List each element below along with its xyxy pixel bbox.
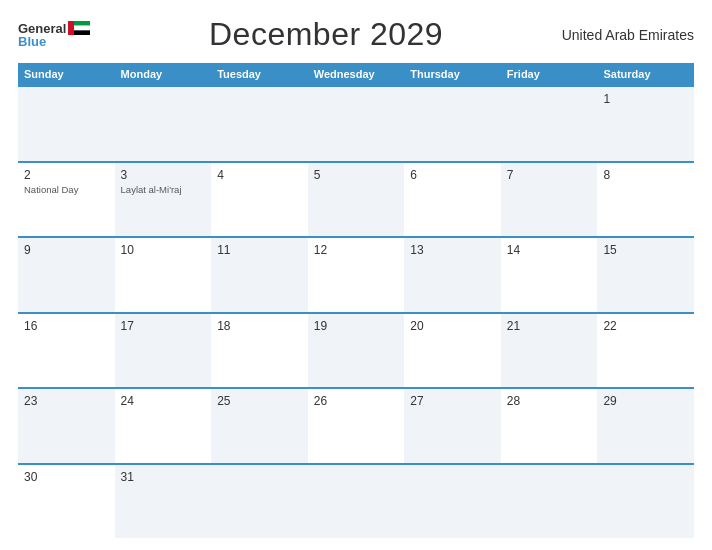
cal-cell-w3-d5: 21 <box>501 314 598 388</box>
day-number: 17 <box>121 319 206 333</box>
cal-cell-w2-d4: 13 <box>404 238 501 312</box>
cal-cell-w2-d6: 15 <box>597 238 694 312</box>
month-title: December 2029 <box>90 16 561 53</box>
cal-cell-w5-d3 <box>308 465 405 539</box>
cal-cell-w1-d4: 6 <box>404 163 501 237</box>
day-number: 31 <box>121 470 206 484</box>
day-number: 16 <box>24 319 109 333</box>
cal-cell-w0-d4 <box>404 87 501 161</box>
day-number: 19 <box>314 319 399 333</box>
day-number: 28 <box>507 394 592 408</box>
cal-cell-w1-d6: 8 <box>597 163 694 237</box>
cal-cell-w2-d0: 9 <box>18 238 115 312</box>
cal-cell-w4-d2: 25 <box>211 389 308 463</box>
calendar-header-row: Sunday Monday Tuesday Wednesday Thursday… <box>18 63 694 85</box>
day-number: 25 <box>217 394 302 408</box>
logo-flag-icon <box>68 21 90 35</box>
day-number: 13 <box>410 243 495 257</box>
cal-cell-w4-d0: 23 <box>18 389 115 463</box>
cal-cell-w1-d3: 5 <box>308 163 405 237</box>
calendar-week-3: 16171819202122 <box>18 312 694 388</box>
day-number: 30 <box>24 470 109 484</box>
logo-general-text: General <box>18 22 66 35</box>
day-number: 12 <box>314 243 399 257</box>
day-number: 23 <box>24 394 109 408</box>
calendar-week-5: 3031 <box>18 463 694 539</box>
logo: General Blue <box>18 21 90 48</box>
calendar-body: 12National Day3Laylat al-Mi'raj456789101… <box>18 85 694 538</box>
svg-rect-1 <box>68 21 74 35</box>
day-number: 8 <box>603 168 688 182</box>
cal-cell-w2-d5: 14 <box>501 238 598 312</box>
cal-cell-w1-d1: 3Laylat al-Mi'raj <box>115 163 212 237</box>
cal-cell-w0-d5 <box>501 87 598 161</box>
cal-cell-w4-d5: 28 <box>501 389 598 463</box>
svg-rect-2 <box>74 21 90 26</box>
page: General Blue December 2029 United Arab E… <box>0 0 712 550</box>
day-number: 4 <box>217 168 302 182</box>
day-number: 29 <box>603 394 688 408</box>
cal-cell-w3-d4: 20 <box>404 314 501 388</box>
calendar-week-4: 23242526272829 <box>18 387 694 463</box>
header-wednesday: Wednesday <box>308 63 405 85</box>
cal-cell-w2-d2: 11 <box>211 238 308 312</box>
day-number: 10 <box>121 243 206 257</box>
day-event: National Day <box>24 184 109 196</box>
day-number: 7 <box>507 168 592 182</box>
cal-cell-w5-d1: 31 <box>115 465 212 539</box>
calendar-week-0: 1 <box>18 85 694 161</box>
day-number: 5 <box>314 168 399 182</box>
header-tuesday: Tuesday <box>211 63 308 85</box>
calendar-week-2: 9101112131415 <box>18 236 694 312</box>
cal-cell-w3-d2: 18 <box>211 314 308 388</box>
day-number: 11 <box>217 243 302 257</box>
day-number: 22 <box>603 319 688 333</box>
header-monday: Monday <box>115 63 212 85</box>
header-sunday: Sunday <box>18 63 115 85</box>
cal-cell-w3-d3: 19 <box>308 314 405 388</box>
day-number: 21 <box>507 319 592 333</box>
day-number: 14 <box>507 243 592 257</box>
day-number: 18 <box>217 319 302 333</box>
day-event: Laylat al-Mi'raj <box>121 184 206 196</box>
cal-cell-w0-d0 <box>18 87 115 161</box>
cal-cell-w1-d2: 4 <box>211 163 308 237</box>
header-friday: Friday <box>501 63 598 85</box>
cal-cell-w0-d2 <box>211 87 308 161</box>
cal-cell-w4-d6: 29 <box>597 389 694 463</box>
header: General Blue December 2029 United Arab E… <box>18 16 694 53</box>
cal-cell-w4-d3: 26 <box>308 389 405 463</box>
cal-cell-w1-d5: 7 <box>501 163 598 237</box>
cal-cell-w4-d4: 27 <box>404 389 501 463</box>
cal-cell-w5-d0: 30 <box>18 465 115 539</box>
cal-cell-w5-d5 <box>501 465 598 539</box>
logo-blue-text: Blue <box>18 35 46 48</box>
cal-cell-w5-d2 <box>211 465 308 539</box>
day-number: 15 <box>603 243 688 257</box>
day-number: 27 <box>410 394 495 408</box>
cal-cell-w5-d6 <box>597 465 694 539</box>
cal-cell-w3-d0: 16 <box>18 314 115 388</box>
cal-cell-w0-d1 <box>115 87 212 161</box>
cal-cell-w3-d6: 22 <box>597 314 694 388</box>
cal-cell-w2-d3: 12 <box>308 238 405 312</box>
day-number: 2 <box>24 168 109 182</box>
day-number: 3 <box>121 168 206 182</box>
day-number: 26 <box>314 394 399 408</box>
calendar-week-1: 2National Day3Laylat al-Mi'raj45678 <box>18 161 694 237</box>
day-number: 9 <box>24 243 109 257</box>
header-saturday: Saturday <box>597 63 694 85</box>
cal-cell-w2-d1: 10 <box>115 238 212 312</box>
svg-rect-4 <box>74 30 90 35</box>
svg-rect-3 <box>74 26 90 31</box>
cal-cell-w4-d1: 24 <box>115 389 212 463</box>
cal-cell-w0-d3 <box>308 87 405 161</box>
cal-cell-w5-d4 <box>404 465 501 539</box>
header-thursday: Thursday <box>404 63 501 85</box>
cal-cell-w3-d1: 17 <box>115 314 212 388</box>
cal-cell-w1-d0: 2National Day <box>18 163 115 237</box>
day-number: 24 <box>121 394 206 408</box>
country-name: United Arab Emirates <box>562 27 694 43</box>
day-number: 6 <box>410 168 495 182</box>
day-number: 20 <box>410 319 495 333</box>
